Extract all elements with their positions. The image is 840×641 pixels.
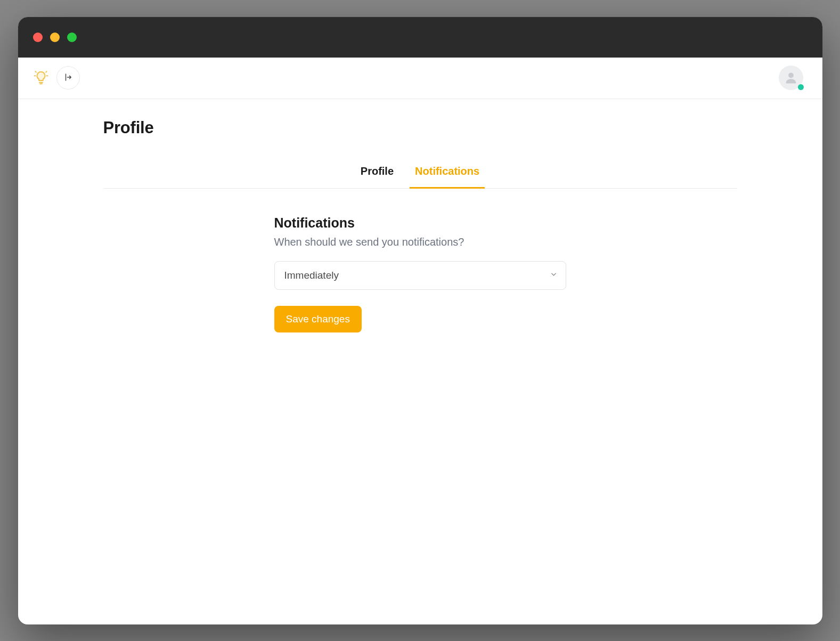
main-content: Profile Profile Notifications Notificati… <box>18 99 822 624</box>
person-icon <box>784 70 798 85</box>
tab-label: Profile <box>361 165 394 177</box>
app-window: Profile Profile Notifications Notificati… <box>18 17 822 624</box>
top-nav-bar <box>18 58 822 99</box>
notifications-section: Notifications When should we send you no… <box>274 215 566 332</box>
section-description: When should we send you notifications? <box>274 236 566 248</box>
sidebar-expand-icon <box>63 72 73 84</box>
save-changes-button[interactable]: Save changes <box>274 306 362 332</box>
window-minimize-button[interactable] <box>50 33 60 42</box>
notification-timing-select[interactable]: Immediately <box>274 261 566 290</box>
sidebar-toggle-button[interactable] <box>56 66 80 90</box>
notification-timing-select-wrap: Immediately <box>274 261 566 290</box>
top-nav-left <box>33 66 80 90</box>
button-label: Save changes <box>286 313 350 324</box>
tab-label: Notifications <box>415 165 479 177</box>
window-titlebar <box>18 17 822 58</box>
online-status-dot <box>798 84 804 90</box>
page-title: Profile <box>103 118 737 137</box>
tabs-bar: Profile Notifications <box>103 157 737 189</box>
lightbulb-icon[interactable] <box>33 70 49 86</box>
tab-notifications[interactable]: Notifications <box>410 157 485 189</box>
window-close-button[interactable] <box>33 33 43 42</box>
user-avatar[interactable] <box>779 66 803 90</box>
svg-point-0 <box>788 72 794 78</box>
tab-profile[interactable]: Profile <box>355 157 399 189</box>
section-title: Notifications <box>274 215 566 231</box>
window-maximize-button[interactable] <box>67 33 77 42</box>
